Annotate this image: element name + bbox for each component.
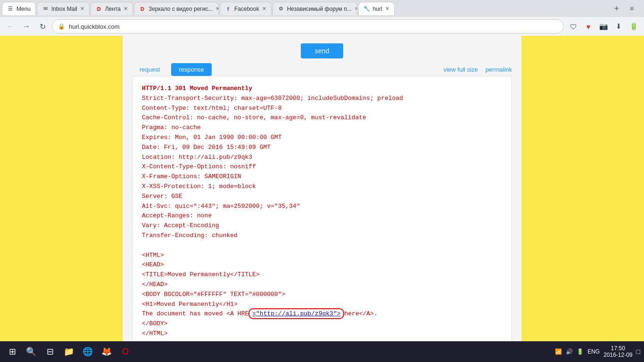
tab-bar: ☰ Menu ✉ Inbox Mail ✕ D Лента ✕ D Зеркал… [0, 0, 644, 17]
response-line: X-Content-Type-Options: nosniff [142, 162, 502, 172]
response-line: <TITLE>Moved Permanently</TITLE> [142, 270, 502, 280]
response-line: Transfer-Encoding: chunked [142, 231, 502, 241]
response-line: HTTP/1.1 301 Moved Permanently [142, 84, 502, 94]
windows-start-button[interactable]: ⊞ [4, 343, 21, 360]
tab-facebook[interactable]: f Facebook ✕ [220, 2, 272, 15]
response-body: HTTP/1.1 301 Moved Permanently Strict-Tr… [142, 84, 502, 339]
forum-icon: ⚙ [278, 6, 284, 12]
d-icon2: D [139, 6, 146, 12]
permalink-link-top[interactable]: permalink [486, 66, 512, 73]
forward-button[interactable]: → [20, 20, 33, 33]
taskbar-sound: 🔊 [566, 348, 573, 355]
response-line: <BODY BGCOLOR="#FFFFFF" TEXT="#000000"> [142, 290, 502, 300]
task-view-button[interactable]: ⊟ [41, 343, 58, 360]
opera-button[interactable]: O [117, 343, 134, 360]
shield-icon: 🛡 [567, 20, 580, 33]
response-line: <HEAD> [142, 260, 502, 270]
tab-close[interactable]: ✕ [124, 6, 128, 12]
response-line: Server: GSE [142, 192, 502, 202]
mail-icon: ✉ [42, 6, 49, 12]
response-line: X-XSS-Protection: 1; mode=block [142, 182, 502, 192]
response-line: X-Frame-Options: SAMEORIGIN [142, 172, 502, 182]
new-tab-button[interactable]: + [610, 2, 623, 15]
response-line: Pragma: no-cache [142, 123, 502, 133]
response-line-moved: The document has moved <A HRE="http://al… [142, 309, 502, 319]
d-icon: D [96, 6, 102, 12]
response-line: Vary: Accept-Encoding [142, 221, 502, 231]
tab-menu[interactable]: ☰ Menu [2, 2, 36, 15]
address-bar[interactable]: 🔒 hurl.quickblox.com [52, 19, 564, 33]
search-taskbar-button[interactable]: 🔍 [23, 343, 40, 360]
response-line: <HTML> [142, 251, 502, 261]
taskbar: ⊞ 🔍 ⊟ 📁 🌐 🦊 O 📶 🔊 🔋 ENG 17:50 2016-12-09… [0, 341, 644, 362]
response-line: </HEAD> [142, 280, 502, 290]
request-tab[interactable]: request [132, 63, 167, 76]
firefox-button[interactable]: 🦊 [98, 343, 115, 360]
send-area: send [123, 41, 521, 59]
response-tab[interactable]: response [171, 63, 211, 76]
tab-close[interactable]: ✕ [262, 6, 266, 12]
facebook-icon: f [225, 6, 231, 12]
tab-hurl[interactable]: 🔧 hurl ✕ [358, 2, 395, 15]
response-line: Date: Fri, 09 Dec 2016 15:49:09 GMT [142, 143, 502, 153]
response-line: Location: http://ali.pub/z9qk3 [142, 153, 502, 163]
taskbar-battery: 🔋 [577, 348, 584, 355]
tab-close[interactable]: ✕ [355, 6, 357, 12]
taskbar-right: 📶 🔊 🔋 ENG 17:50 2016-12-09 □ [555, 345, 640, 358]
page-content: send request response view full size per… [0, 36, 644, 341]
lock-icon: 🔒 [58, 23, 65, 30]
file-explorer-button[interactable]: 📁 [60, 343, 77, 360]
taskbar-clock: 17:50 2016-12-09 [603, 345, 632, 358]
response-card: HTTP/1.1 301 Moved Permanently Strict-Tr… [132, 76, 512, 341]
response-line: Content-Type: text/html; charset=UTF-8 [142, 104, 502, 114]
response-line: Cache-Control: no-cache, no-store, max-a… [142, 113, 502, 123]
response-line: <H1>Moved Permanently</H1> [142, 300, 502, 310]
screenshot-icon[interactable]: 📷 [597, 20, 610, 33]
tab-zerkalo[interactable]: D Зеркало с видео регис... ✕ [134, 2, 219, 15]
hurl-icon: 🔧 [363, 6, 370, 12]
response-line: Alt-Svc: quic=":443"; ma=2592000; v="35,… [142, 202, 502, 212]
refresh-button[interactable]: ↻ [36, 20, 49, 33]
main-content: send request response view full size per… [123, 36, 521, 341]
left-panel [0, 36, 123, 341]
back-button[interactable]: ← [4, 20, 17, 33]
nav-bar: ← → ↻ 🔒 hurl.quickblox.com 🛡 ♥ 📷 ⬇ 🔋 [0, 17, 644, 36]
response-line: Strict-Transport-Security: max-age=63072… [142, 94, 502, 104]
right-panel [521, 36, 644, 341]
response-line: </HTML> [142, 329, 502, 339]
edge-browser-button[interactable]: 🌐 [79, 343, 96, 360]
response-spacer [142, 241, 502, 251]
tab-lenta[interactable]: D Лента ✕ [91, 2, 133, 15]
send-button[interactable]: send [301, 43, 343, 58]
menu-icon: ☰ [7, 6, 14, 12]
taskbar-language: ENG [587, 348, 600, 355]
tab-close[interactable]: ✕ [80, 6, 84, 12]
taskbar-network: 📶 [555, 348, 562, 355]
tab-close[interactable]: ✕ [385, 6, 389, 12]
tab-close[interactable]: ✕ [215, 6, 219, 12]
taskbar-left: ⊞ 🔍 ⊟ 📁 🌐 🦊 O [4, 343, 134, 360]
response-line: </BODY> [142, 319, 502, 329]
battery-icon: 🔋 [627, 20, 640, 33]
heart-icon[interactable]: ♥ [582, 20, 595, 33]
response-line: Expires: Mon, 01 Jan 1990 00:00:00 GMT [142, 133, 502, 143]
tab-menu-button[interactable]: ≡ [625, 2, 638, 15]
download-icon[interactable]: ⬇ [612, 20, 625, 33]
browser-chrome: ☰ Menu ✉ Inbox Mail ✕ D Лента ✕ D Зеркал… [0, 0, 644, 36]
taskbar-notifications[interactable]: □ [636, 348, 640, 355]
tab-inbox[interactable]: ✉ Inbox Mail ✕ [37, 2, 90, 15]
response-line: Accept-Ranges: none [142, 211, 502, 221]
url-display: hurl.quickblox.com [69, 23, 558, 30]
tab-forum[interactable]: ⚙ Независимый форум п... ✕ [272, 2, 357, 15]
view-full-size-link-top[interactable]: view full size [444, 66, 478, 73]
